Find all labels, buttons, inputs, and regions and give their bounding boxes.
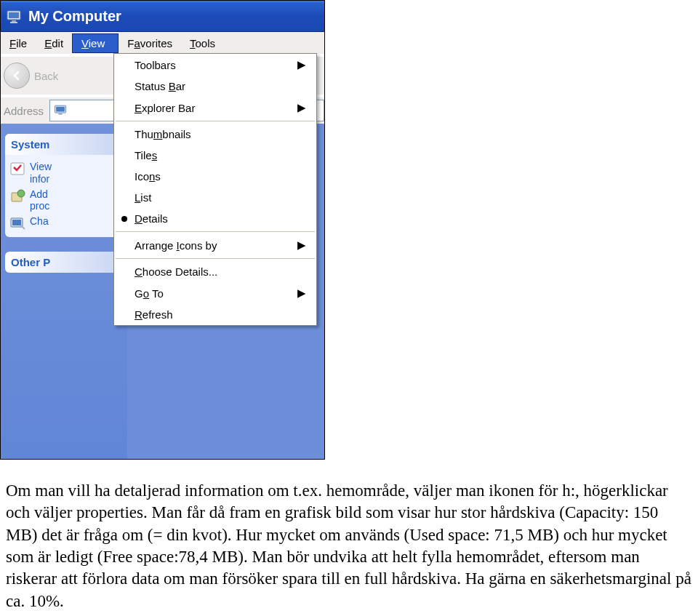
svg-rect-3 [10, 22, 17, 23]
menu-list[interactable]: List [114, 187, 316, 208]
menu-choose-details[interactable]: Choose Details... [114, 261, 316, 282]
menu-tools[interactable]: Tools [181, 33, 224, 53]
my-computer-icon [5, 7, 23, 25]
menu-status-bar[interactable]: Status Bar [114, 76, 316, 97]
menu-favorites[interactable]: Favorites [119, 33, 181, 53]
control-panel-icon [9, 215, 25, 231]
submenu-arrow-icon: ▶ [297, 239, 306, 252]
svg-point-9 [17, 190, 25, 197]
back-label: Back [34, 70, 58, 82]
menu-toolbars[interactable]: Toolbars ▶ [114, 54, 316, 76]
menu-view[interactable]: View [72, 33, 119, 53]
explorer-window: My Computer File Edit View Favorites Too… [0, 0, 325, 460]
address-label: Address [4, 105, 44, 117]
submenu-arrow-icon: ▶ [297, 101, 306, 114]
other-places-header[interactable]: Other P [5, 252, 123, 273]
menu-details[interactable]: Details [114, 208, 316, 229]
menu-separator [116, 231, 315, 232]
menu-bar: File Edit View Favorites Tools [1, 32, 324, 55]
back-button[interactable]: Back [4, 63, 58, 89]
submenu-arrow-icon: ▶ [297, 58, 306, 71]
title-bar[interactable]: My Computer [1, 1, 324, 32]
task-view-info[interactable]: View infor [9, 159, 119, 187]
menu-arrange-icons[interactable]: Arrange Icons by ▶ [114, 234, 316, 256]
menu-icons[interactable]: Icons [114, 166, 316, 187]
menu-edit[interactable]: Edit [36, 33, 72, 53]
menu-explorer-bar[interactable]: Explorer Bar ▶ [114, 97, 316, 119]
submenu-arrow-icon: ▶ [297, 287, 306, 300]
menu-refresh[interactable]: Refresh [114, 304, 316, 325]
svg-rect-5 [56, 106, 65, 111]
svg-rect-6 [59, 113, 63, 115]
task-add-programs[interactable]: Add proc [9, 187, 119, 215]
menu-separator [116, 258, 315, 259]
menu-goto[interactable]: Go To ▶ [114, 282, 316, 304]
view-menu-dropdown: Toolbars ▶ Status Bar Explorer Bar ▶ Thu… [113, 53, 317, 326]
task-change-setting[interactable]: Cha [9, 214, 119, 233]
my-computer-icon-small [53, 103, 68, 119]
info-icon [9, 161, 25, 177]
selected-bullet-icon [121, 216, 127, 222]
menu-tiles[interactable]: Tiles [114, 145, 316, 166]
sidebar: System View infor Add proc [1, 124, 127, 460]
system-tasks-body: View infor Add proc Cha [5, 155, 123, 237]
svg-rect-1 [9, 12, 19, 18]
article-text: Om man vill ha detaljerad information om… [0, 460, 698, 616]
menu-thumbnails[interactable]: Thumbnails [114, 124, 316, 145]
system-tasks-panel: System View infor Add proc [5, 134, 123, 237]
menu-separator [116, 121, 315, 121]
svg-rect-2 [12, 20, 16, 22]
back-arrow-icon [4, 63, 30, 89]
other-places-panel: Other P [5, 252, 123, 273]
system-tasks-header[interactable]: System [5, 134, 123, 155]
window-title: My Computer [28, 8, 121, 25]
svg-rect-11 [12, 220, 21, 225]
add-programs-icon [9, 188, 25, 204]
menu-file[interactable]: File [1, 33, 36, 53]
